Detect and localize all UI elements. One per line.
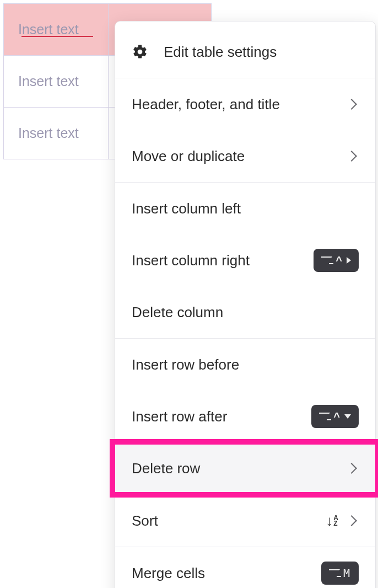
arrow-right-icon bbox=[347, 257, 351, 264]
menu-insert-column-right[interactable]: Insert column right ^ bbox=[115, 234, 375, 286]
table-cell[interactable]: Insert text bbox=[4, 4, 109, 55]
menu-move-or-duplicate[interactable]: Move or duplicate bbox=[115, 130, 375, 182]
control-key-icon: ^ bbox=[336, 255, 343, 266]
menu-insert-row-before[interactable]: Insert row before bbox=[115, 339, 375, 391]
menu-item-label: Edit table settings bbox=[164, 44, 359, 61]
menu-sort[interactable]: Sort ↓AZ bbox=[115, 495, 375, 547]
option-key-icon bbox=[319, 413, 330, 420]
menu-item-label: Move or duplicate bbox=[132, 148, 348, 165]
menu-delete-column[interactable]: Delete column bbox=[115, 286, 375, 338]
menu-item-label: Sort bbox=[132, 512, 326, 530]
menu-item-label: Header, footer, and title bbox=[132, 96, 348, 113]
chevron-right-icon bbox=[346, 99, 357, 110]
menu-edit-table-settings[interactable]: Edit table settings bbox=[115, 26, 375, 78]
chevron-right-icon bbox=[346, 463, 357, 474]
shortcut-key-letter: M bbox=[343, 566, 351, 580]
menu-header-footer-title[interactable]: Header, footer, and title bbox=[115, 78, 375, 130]
menu-item-label: Delete row bbox=[132, 460, 348, 477]
menu-merge-cells[interactable]: Merge cells M bbox=[115, 547, 375, 588]
strike-line bbox=[21, 36, 93, 37]
menu-delete-row[interactable]: Delete row bbox=[115, 442, 375, 494]
cell-placeholder: Insert text bbox=[18, 125, 79, 141]
menu-item-label: Insert row after bbox=[132, 408, 311, 425]
menu-item-label: Insert column right bbox=[132, 252, 314, 269]
arrow-down-icon bbox=[344, 414, 351, 419]
shortcut-badge: ^ bbox=[311, 405, 359, 428]
table-cell[interactable]: Insert text bbox=[4, 56, 109, 107]
chevron-right-icon bbox=[346, 515, 357, 526]
menu-insert-row-after[interactable]: Insert row after ^ bbox=[115, 391, 375, 442]
option-key-icon bbox=[321, 256, 332, 264]
control-key-icon: ^ bbox=[333, 411, 341, 422]
menu-item-label: Merge cells bbox=[132, 565, 321, 582]
menu-item-label: Delete column bbox=[132, 304, 359, 321]
table-cell[interactable]: Insert text bbox=[4, 108, 109, 159]
shortcut-badge: ^ bbox=[314, 249, 359, 272]
menu-insert-column-left[interactable]: Insert column left bbox=[115, 183, 375, 234]
menu-item-label: Insert column left bbox=[132, 200, 359, 217]
gear-icon bbox=[132, 44, 148, 60]
cell-placeholder: Insert text bbox=[18, 73, 79, 89]
table-context-menu: Edit table settings Header, footer, and … bbox=[115, 21, 376, 588]
option-key-icon bbox=[329, 569, 340, 577]
shortcut-badge: M bbox=[321, 562, 359, 585]
menu-item-label: Insert row before bbox=[132, 356, 359, 373]
sort-az-icon: ↓AZ bbox=[326, 512, 338, 530]
cell-placeholder: Insert text bbox=[18, 22, 79, 37]
chevron-right-icon bbox=[346, 151, 357, 162]
